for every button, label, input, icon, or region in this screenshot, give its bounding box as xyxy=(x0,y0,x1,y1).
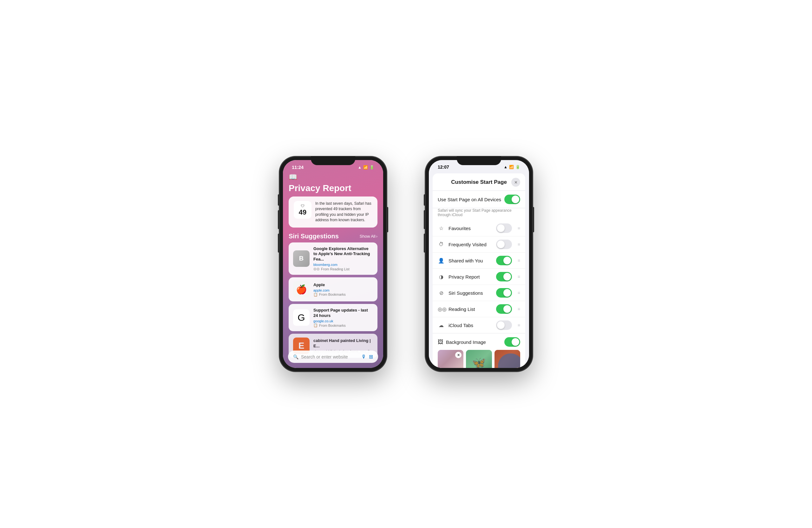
screen-content: 📖 Privacy Report 🛡 49 In the last seven … xyxy=(283,171,383,358)
cloud-icon: ☁ xyxy=(438,322,445,328)
icloud-tabs-label: iCloud Tabs xyxy=(449,323,492,328)
bookmark-icon: 📖 xyxy=(289,173,377,181)
bg-thumb-abstract-red[interactable] xyxy=(494,350,520,368)
privacy-badge: 🛡 49 xyxy=(294,201,311,219)
suggestion-card-bloomberg[interactable]: B Google Explores Alternative to Apple's… xyxy=(289,242,377,275)
suggestion-source-2: 📋 From Bookmarks xyxy=(314,292,373,297)
volume-up-button-2 xyxy=(424,210,425,229)
phone-1-screen: 11:24 ▲ 📶 🔋 📖 Privacy Report � xyxy=(283,160,383,368)
shared-with-you-label: Shared with You xyxy=(449,258,492,263)
suggestion-info-1: Google Explores Alternative to Apple's N… xyxy=(314,246,373,271)
siri-section-header: Siri Suggestions Show All › xyxy=(289,232,377,240)
status-time-2: 12:07 xyxy=(438,165,449,169)
drag-handle-reading[interactable]: ≡ xyxy=(518,306,520,312)
bg-header: 🖼 Background Image xyxy=(438,337,520,347)
siri-suggestions-item: ⊘ Siri Suggestions ≡ xyxy=(433,285,525,301)
phone-2-screen: 12:07 ▲ 📶 🔋 Customise Start Page xyxy=(429,160,529,368)
suggestion-title-4: cabinet Hand painted Living | E... xyxy=(314,338,373,349)
bookmark-icon-small: 📋 xyxy=(314,323,318,327)
sync-subtitle: Safari will sync your Start Page appeara… xyxy=(433,208,525,220)
siri-suggestions-toggle[interactable] xyxy=(496,288,512,298)
suggestion-source-1: ◎◎ From Reading List xyxy=(314,267,373,271)
frequently-visited-label: Frequently Visited xyxy=(449,242,492,247)
bg-thumb-butterfly[interactable]: 🦋 xyxy=(466,350,492,368)
reading-list-item: ◎◎ Reading List ≡ xyxy=(433,301,525,317)
status-icons-2: ▲ 📶 🔋 xyxy=(504,165,520,169)
shared-with-you-toggle[interactable] xyxy=(496,256,512,265)
power-button xyxy=(387,207,388,232)
drag-handle-privacy[interactable]: ≡ xyxy=(518,274,520,279)
volume-down-button-2 xyxy=(424,233,425,253)
search-bar[interactable]: 🔍 Search or enter website 🎙 ⊞ xyxy=(288,350,378,363)
status-bar: 11:24 ▲ 📶 🔋 xyxy=(283,160,383,171)
suggestion-card-apple[interactable]: 🍎 Apple apple.com 📋 From Bookmarks xyxy=(289,277,377,301)
reading-list-setting-icon: ◎◎ xyxy=(438,306,445,312)
drag-handle-siri[interactable]: ≡ xyxy=(518,290,520,296)
signal-icon-2: ▲ xyxy=(504,165,508,169)
volume-down-button xyxy=(278,233,279,253)
frequently-visited-item: ⏱ Frequently Visited ≡ xyxy=(433,237,525,253)
phone-1: 11:24 ▲ 📶 🔋 📖 Privacy Report � xyxy=(279,156,387,372)
mute-button-2 xyxy=(424,194,425,206)
suggestion-url-2: apple.com xyxy=(314,288,373,292)
shield-icon: 🛡 xyxy=(301,204,304,208)
background-grid: ✕ 🦋 xyxy=(438,350,520,368)
background-image-label: Background Image xyxy=(446,340,486,345)
bg-title-row: 🖼 Background Image xyxy=(438,339,486,345)
drag-handle-shared[interactable]: ≡ xyxy=(518,258,520,263)
sync-row: Use Start Page on All Devices xyxy=(433,191,525,208)
privacy-report-toggle[interactable] xyxy=(496,272,512,282)
status-bar-2: 12:07 ▲ 📶 🔋 xyxy=(429,160,529,171)
tracker-count: 49 xyxy=(299,209,306,216)
modal-close-button[interactable]: ✕ xyxy=(511,178,520,187)
notch-2 xyxy=(467,166,486,168)
image-icon: 🖼 xyxy=(438,339,444,345)
background-image-toggle[interactable] xyxy=(504,337,520,347)
suggestion-thumb-google: G xyxy=(293,309,309,326)
suggestion-url-3: google.co.uk xyxy=(314,319,373,323)
bookmark-list-icon: 📋 xyxy=(314,292,318,297)
reading-list-toggle[interactable] xyxy=(496,304,512,314)
mute-button xyxy=(278,194,279,206)
close-icon: ✕ xyxy=(514,180,518,185)
shield-icon-setting: ◑ xyxy=(438,274,445,280)
drag-handle-favourites[interactable]: ≡ xyxy=(518,226,520,231)
privacy-report-label: Privacy Report xyxy=(449,274,492,280)
modal-title: Customise Start Page xyxy=(447,179,511,185)
drag-handle-frequently[interactable]: ≡ xyxy=(518,242,520,247)
show-all-button[interactable]: Show All › xyxy=(360,234,377,239)
privacy-card-text: In the last seven days, Safari has preve… xyxy=(315,201,372,223)
volume-up-button xyxy=(278,210,279,229)
scene: 11:24 ▲ 📶 🔋 📖 Privacy Report � xyxy=(260,137,552,391)
tabs-icon[interactable]: ⊞ xyxy=(369,354,373,360)
siri-suggestions-title: Siri Suggestions xyxy=(289,232,339,240)
battery-icon-2: 🔋 xyxy=(516,165,520,169)
siri-suggestions-label: Siri Suggestions xyxy=(449,290,492,296)
modal-header: Customise Start Page ✕ xyxy=(433,174,525,191)
notch xyxy=(321,166,340,169)
settings-list: ☆ Favourites ≡ ⏱ Frequently Visited ≡ xyxy=(433,220,525,333)
microphone-icon[interactable]: 🎙 xyxy=(361,354,366,360)
suggestion-thumb-bloomberg: B xyxy=(293,251,309,267)
person-icon: 👤 xyxy=(438,258,445,264)
bg-thumb-photo[interactable]: ✕ xyxy=(438,350,463,368)
drag-handle-icloud[interactable]: ≡ xyxy=(518,323,520,328)
frequently-visited-toggle[interactable] xyxy=(496,240,512,249)
favourites-toggle[interactable] xyxy=(496,223,512,233)
privacy-report-item: ◑ Privacy Report ≡ xyxy=(433,269,525,285)
privacy-report-title: Privacy Report xyxy=(289,183,377,193)
wifi-icon-2: 📶 xyxy=(509,165,514,169)
suggestion-info-3: Support Page updates - last 24 hours goo… xyxy=(314,308,373,327)
battery-icon: 🔋 xyxy=(369,165,374,169)
suggestion-title-1: Google Explores Alternative to Apple's N… xyxy=(314,246,373,262)
suggestion-thumb-apple: 🍎 xyxy=(293,281,309,298)
suggestion-info-2: Apple apple.com 📋 From Bookmarks xyxy=(314,282,373,297)
background-image-section: 🖼 Background Image ✕ xyxy=(433,333,525,368)
privacy-card: 🛡 49 In the last seven days, Safari has … xyxy=(289,196,377,228)
signal-icon: ▲ xyxy=(358,165,362,169)
star-icon: ☆ xyxy=(438,225,445,231)
icloud-tabs-toggle[interactable] xyxy=(496,320,512,330)
search-placeholder: Search or enter website xyxy=(301,354,359,359)
suggestion-card-google[interactable]: G Support Page updates - last 24 hours g… xyxy=(289,304,377,331)
sync-toggle[interactable] xyxy=(504,195,520,204)
